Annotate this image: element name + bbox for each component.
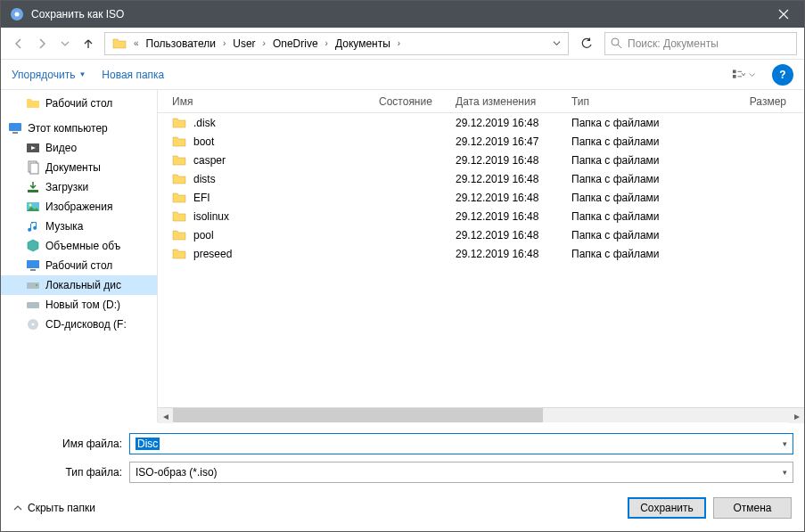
folder-icon (172, 228, 186, 242)
new-folder-button[interactable]: Новая папка (102, 69, 164, 81)
svg-rect-5 (9, 123, 21, 131)
tree-downloads[interactable]: Загрузки (1, 177, 157, 197)
table-row[interactable]: boot29.12.2019 16:47Папка с файлами (158, 132, 804, 151)
file-name: boot (193, 135, 214, 148)
folder-icon (172, 191, 186, 205)
col-date[interactable]: Дата изменения (456, 90, 571, 112)
downloads-icon (26, 180, 40, 194)
folder-icon (172, 209, 186, 224)
tree-documents[interactable]: Документы (1, 158, 157, 177)
horizontal-scrollbar[interactable]: ◂ ▸ (158, 407, 804, 422)
crumb-users[interactable]: Пользователи (143, 36, 219, 52)
tree-this-pc[interactable]: Этот компьютер (1, 119, 157, 138)
refresh-button[interactable] (574, 32, 599, 55)
tree-new-volume[interactable]: Новый том (D:) (1, 295, 157, 315)
disk-icon (26, 298, 40, 312)
tree-desktop2[interactable]: Рабочий стол (1, 256, 157, 275)
forward-button[interactable] (31, 33, 53, 54)
disk-icon (26, 278, 40, 292)
scroll-thumb[interactable] (173, 408, 543, 422)
svg-rect-4 (733, 75, 736, 78)
chevron-right-icon: › (325, 38, 328, 48)
scroll-right-icon[interactable]: ▸ (789, 408, 804, 423)
col-name[interactable]: Имя (165, 90, 379, 112)
file-name: pool (193, 229, 214, 241)
window-title: Сохранить как ISO (31, 8, 763, 20)
save-button[interactable]: Сохранить (628, 497, 706, 519)
folder-icon (26, 96, 40, 110)
back-button[interactable] (8, 33, 29, 54)
address-dropdown[interactable] (548, 39, 564, 47)
close-button[interactable] (763, 1, 804, 28)
view-options-button[interactable] (731, 64, 756, 86)
help-button[interactable]: ? (772, 64, 793, 86)
hide-folders-button[interactable]: Скрыть папки (13, 502, 95, 514)
chevron-down-icon[interactable]: ▾ (783, 439, 787, 448)
file-name: preseed (193, 248, 232, 260)
col-type[interactable]: Тип (571, 90, 687, 112)
tree-videos[interactable]: Видео (1, 138, 157, 158)
breadcrumb[interactable]: « Пользователи › User › OneDrive › Докум… (104, 32, 569, 55)
file-date: 29.12.2019 16:48 (456, 244, 571, 263)
file-type: Папка с файлами (571, 169, 687, 188)
svg-rect-13 (27, 260, 39, 268)
file-name: .disk (193, 117, 216, 129)
up-button[interactable] (78, 33, 99, 54)
filename-value: Disc (136, 438, 160, 450)
search-input[interactable]: Поиск: Документы (604, 32, 797, 55)
folder-icon (172, 116, 186, 130)
toolbar: Упорядочить▼ Новая папка ? (1, 60, 804, 90)
svg-rect-3 (733, 70, 736, 73)
svg-point-19 (32, 323, 35, 326)
desktop-icon (26, 258, 40, 273)
cancel-button[interactable]: Отмена (713, 497, 792, 519)
organize-button[interactable]: Упорядочить▼ (12, 69, 86, 81)
app-icon (10, 7, 24, 21)
svg-rect-9 (30, 163, 38, 174)
documents-icon (26, 160, 40, 175)
chevron-right-icon: › (398, 38, 400, 48)
chevron-right-icon: › (263, 38, 266, 48)
table-row[interactable]: isolinux29.12.2019 16:48Папка с файлами (158, 207, 804, 225)
svg-point-12 (29, 204, 32, 207)
recent-dropdown[interactable] (54, 33, 76, 54)
tree-local-disk[interactable]: Локальный дис (1, 275, 157, 295)
tree-cd-drive[interactable]: CD-дисковод (F: (1, 315, 157, 334)
table-row[interactable]: casper29.12.2019 16:48Папка с файлами (158, 151, 804, 169)
file-list[interactable]: .disk29.12.2019 16:48Папка с файламиboot… (158, 113, 804, 407)
crumb-onedrive[interactable]: OneDrive (269, 36, 322, 52)
table-row[interactable]: dists29.12.2019 16:48Папка с файлами (158, 169, 804, 188)
table-row[interactable]: pool29.12.2019 16:48Папка с файлами (158, 225, 804, 244)
filename-input[interactable]: Disc ▾ (129, 433, 793, 454)
tree-3dobjects[interactable]: Объемные объ (1, 236, 157, 256)
tree-desktop[interactable]: Рабочий стол (1, 94, 157, 113)
table-row[interactable]: preseed29.12.2019 16:48Папка с файлами (158, 244, 804, 263)
col-size[interactable]: Размер (687, 90, 797, 112)
nav-tree: Рабочий стол Этот компьютер Видео Докуме… (1, 90, 158, 422)
svg-rect-15 (27, 282, 39, 289)
svg-point-2 (612, 38, 619, 45)
tree-music[interactable]: Музыка (1, 217, 157, 236)
file-date: 29.12.2019 16:48 (456, 207, 571, 225)
filetype-select[interactable]: ISO-образ (*.iso) ▾ (129, 462, 793, 483)
footer: Скрыть папки Сохранить Отмена (1, 487, 804, 531)
file-name: dists (193, 173, 216, 185)
file-date: 29.12.2019 16:48 (456, 188, 571, 207)
folder-icon (172, 172, 186, 186)
filename-row: Имя файла: Disc ▾ (1, 430, 804, 458)
filetype-label: Тип файла: (12, 466, 129, 479)
scroll-left-icon[interactable]: ◂ (158, 408, 173, 423)
chevron-down-icon[interactable]: ▾ (783, 468, 787, 477)
svg-rect-10 (28, 190, 38, 192)
crumb-user[interactable]: User (229, 36, 259, 52)
search-icon (611, 37, 622, 49)
table-row[interactable]: EFI29.12.2019 16:48Папка с файлами (158, 188, 804, 207)
col-state[interactable]: Состояние (379, 90, 456, 112)
table-row[interactable]: .disk29.12.2019 16:48Папка с файлами (158, 113, 804, 132)
crumb-documents[interactable]: Документы (332, 36, 394, 52)
save-dialog: Сохранить как ISO « Пользователи › User … (0, 0, 805, 532)
filetype-value: ISO-образ (*.iso) (136, 466, 218, 479)
overflow-chevron-icon[interactable]: « (134, 38, 139, 48)
filename-label: Имя файла: (12, 438, 129, 450)
tree-pictures[interactable]: Изображения (1, 197, 157, 217)
